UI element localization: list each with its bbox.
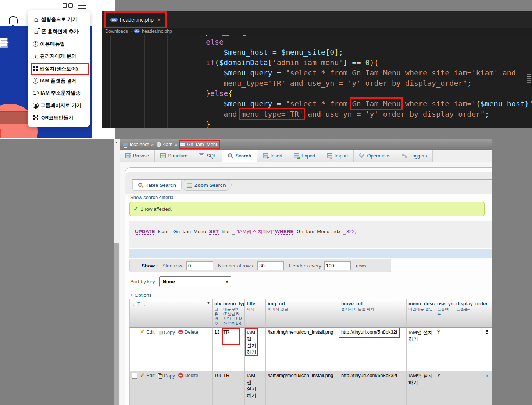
vertical-scrollbar[interactable]: ▲ xyxy=(114,139,120,405)
num-rows-input[interactable] xyxy=(257,261,284,270)
menu-item[interactable]: 그룹페이지로 가기 xyxy=(33,101,87,110)
delete-link[interactable]: Delete xyxy=(178,373,199,378)
tab-table-search[interactable]: Table Search xyxy=(132,180,182,191)
options-link[interactable]: + Options xyxy=(130,292,151,298)
search-icon xyxy=(138,183,143,188)
tab-insert[interactable]: Insert xyxy=(257,150,289,162)
breadcrumb-table[interactable]: Gn_Iam_Menu xyxy=(180,142,218,147)
code-token: "select * from Gn_Iam_Menu where site_ia… xyxy=(286,68,516,77)
copy-icon xyxy=(158,330,162,334)
mobile-app-region: 를 셀링홈으로 가기폰 홈화면에 추가이용매뉴얼관리자에게 문의앱설치(원스토어… xyxy=(0,0,115,139)
column-header-img_url[interactable]: img_url이미지 경로 xyxy=(265,299,339,328)
column-header-menu_type[interactable]: menu_type메뉴 위치(T:상단 B:하단 TR:상단우측 BR:하단우측… xyxy=(221,299,244,328)
editor-tab[interactable]: php header.inc.php × xyxy=(106,13,165,26)
headers-input[interactable] xyxy=(324,261,351,270)
tab-import[interactable]: Import xyxy=(321,150,354,162)
scrollbar-thumb[interactable] xyxy=(114,243,119,405)
code-token: == xyxy=(347,58,365,67)
code-area[interactable]: else $menu_host = $menu_site[0];if($doma… xyxy=(102,35,532,128)
close-tab-icon[interactable]: × xyxy=(157,17,161,23)
nav-arrows[interactable]: ←T→ xyxy=(132,301,146,307)
breadcrumb-folder[interactable]: Downloads xyxy=(105,29,128,34)
menu-item[interactable]: 앱설치(원스토어) xyxy=(33,64,87,73)
rows-label: rows xyxy=(356,263,367,269)
column-header-title[interactable]: title제목 xyxy=(244,299,265,328)
annotated-code-token: Gn_Iam_Menu xyxy=(352,99,400,108)
menu-item[interactable]: 폰 홈화면에 추가 xyxy=(33,27,87,36)
menu-item[interactable]: 셀링홈으로 가기 xyxy=(33,15,87,24)
column-header-display_order[interactable]: display_order노출순서 xyxy=(454,299,490,328)
edit-link[interactable]: Edit xyxy=(140,373,154,378)
qsquare-icon xyxy=(33,54,38,59)
editor-breadcrumb[interactable]: Downloads › php header.inc.php xyxy=(102,28,532,35)
code-token: = xyxy=(272,68,286,77)
show-controls-bar: Show : Start row: Number of rows: Header… xyxy=(129,259,391,272)
php-file-icon: php xyxy=(134,29,140,33)
column-name: idx xyxy=(214,301,219,306)
column-desc: 메뉴 위치(T:상단 B:하단 TR:상단우측 BR:하단우측) xyxy=(223,307,243,328)
bell-icon[interactable] xyxy=(9,16,18,24)
delete-icon xyxy=(178,330,183,334)
chevron-down-icon: ▾ xyxy=(226,279,228,284)
breadcrumb-server[interactable]: localhost xyxy=(123,142,149,147)
tab-label: Export xyxy=(301,153,315,159)
row-checkbox[interactable] xyxy=(132,373,137,379)
row-checkbox[interactable] xyxy=(132,330,137,335)
breadcrumb-file[interactable]: header.inc.php xyxy=(142,29,172,34)
code-token: { xyxy=(374,58,379,67)
copy-link[interactable]: Copy xyxy=(158,330,175,335)
copy-link[interactable]: Copy xyxy=(158,373,175,379)
menu-item[interactable]: IAM 주소문자발송 xyxy=(33,89,87,97)
edit-link[interactable]: Edit xyxy=(140,329,154,335)
pencil-icon xyxy=(140,330,145,334)
cell-img_url: /iam/img/menu/icon_install.png xyxy=(265,328,339,371)
column-header-nav[interactable]: ←T→▼ xyxy=(129,299,212,328)
tab-structure[interactable]: Structure xyxy=(155,150,193,162)
code-token xyxy=(206,79,224,88)
sql-token: UPDATE xyxy=(135,229,155,235)
database-icon xyxy=(157,142,161,147)
sort-select[interactable]: None ▾ xyxy=(159,276,231,287)
tab-browse[interactable]: Browse xyxy=(120,150,155,162)
column-header-idx[interactable]: idx고유 번호 xyxy=(212,299,221,328)
tab-search[interactable]: Search xyxy=(222,150,257,162)
column-header-menu_desc[interactable]: menu_desc메인메뉴 설명 xyxy=(406,299,435,328)
column-header-use_yn[interactable]: use_yn노출여부 xyxy=(435,299,454,328)
action-label: Delete xyxy=(185,329,199,335)
code-token: [ xyxy=(268,58,272,67)
column-name: menu_desc xyxy=(408,301,433,306)
num-rows-label: Number of rows: xyxy=(218,263,254,269)
column-name: menu_type xyxy=(223,301,243,306)
menu-item[interactable]: QR코드만들기 xyxy=(33,113,87,122)
indent-guide xyxy=(133,35,133,128)
delete-link[interactable]: Delete xyxy=(178,329,199,335)
breadcrumb-database[interactable]: kiam xyxy=(157,142,172,147)
cell-use_yn: Y xyxy=(435,371,454,405)
apps-icon[interactable] xyxy=(63,3,73,8)
hamburger-menu-icon[interactable] xyxy=(78,5,86,9)
start-row-input[interactable] xyxy=(186,261,213,270)
sort-caret-icon[interactable]: ▼ xyxy=(207,301,210,305)
cell-title: IAM앱 설치하기 xyxy=(244,371,265,405)
start-row-label: Start row: xyxy=(162,263,183,269)
chevron-right-icon: › xyxy=(130,29,132,34)
column-header-move_url[interactable]: move_url클릭시 이동할 위치 xyxy=(339,299,406,328)
menu-item[interactable]: 관리자에게 문의 xyxy=(33,52,87,61)
show-search-criteria-link[interactable]: Show search criteria xyxy=(130,195,174,200)
table-row: EditCopyDelete105TRIAM앱 설치하기/iam/img/men… xyxy=(129,371,492,405)
tab-triggers[interactable]: Triggers xyxy=(396,150,433,162)
tab-sql[interactable]: SQL xyxy=(193,150,222,162)
success-message: ✓ 1 row affected. xyxy=(129,202,485,216)
cell-menu_type: TR xyxy=(221,328,244,371)
code-token: = xyxy=(268,48,281,57)
tab-operations[interactable]: Operations xyxy=(354,150,396,162)
sql-token: = xyxy=(343,229,346,235)
tab-zoom-search[interactable]: Zoom Search xyxy=(181,180,232,191)
tab-label: Insert xyxy=(271,153,283,159)
column-header-extra[interactable]: s xyxy=(490,299,492,328)
menu-item[interactable]: IAM 플랫폼 결제 xyxy=(33,77,87,85)
tab-export[interactable]: Export xyxy=(288,150,321,162)
scroll-up-icon[interactable]: ▲ xyxy=(115,141,118,144)
menu-item-label: 관리자에게 문의 xyxy=(40,53,76,60)
menu-item[interactable]: 이용매뉴얼 xyxy=(33,40,87,49)
